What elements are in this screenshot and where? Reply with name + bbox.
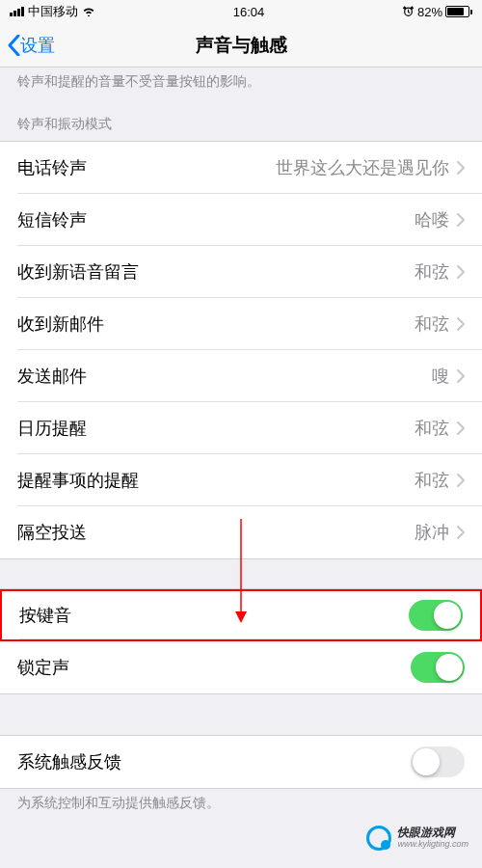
cell-value: 和弦 xyxy=(415,469,449,492)
cell-label: 隔空投送 xyxy=(17,521,87,544)
cell-value: 和弦 xyxy=(415,417,449,440)
group-header-sounds: 铃声和振动模式 xyxy=(0,100,482,141)
page-title: 声音与触感 xyxy=(196,33,287,58)
watermark-name: 快眼游戏网 xyxy=(397,827,469,839)
clock: 16:04 xyxy=(233,5,265,19)
wifi-icon xyxy=(82,7,95,16)
chevron-right-icon xyxy=(457,213,465,227)
back-button[interactable]: 设置 xyxy=(8,34,55,57)
cell-label: 发送邮件 xyxy=(17,365,87,388)
watermark-url: www.kyligting.com xyxy=(397,840,469,850)
sound-row[interactable]: 电话铃声世界这么大还是遇见你 xyxy=(0,142,482,194)
row-lock-sound[interactable]: 锁定声 xyxy=(0,641,482,693)
watermark-logo-icon xyxy=(366,826,391,851)
cell-value: 脉冲 xyxy=(415,521,449,544)
cell-value: 哈喽 xyxy=(415,208,449,231)
chevron-right-icon xyxy=(457,317,465,331)
row-keyclick-sound[interactable]: 按键音 xyxy=(0,589,482,641)
lock-toggle[interactable] xyxy=(411,652,465,683)
cell-label: 日历提醒 xyxy=(17,417,87,440)
sound-row[interactable]: 提醒事项的提醒和弦 xyxy=(0,454,482,506)
chevron-right-icon xyxy=(457,161,465,175)
chevron-right-icon xyxy=(457,265,465,279)
cell-label: 按键音 xyxy=(19,604,71,627)
cell-label: 收到新语音留言 xyxy=(17,260,139,284)
cell-label: 收到新邮件 xyxy=(17,312,104,336)
chevron-right-icon xyxy=(457,474,465,487)
cell-value: 嗖 xyxy=(432,365,449,388)
chevron-right-icon xyxy=(457,369,465,383)
battery-pct: 82% xyxy=(417,5,442,19)
watermark: 快眼游戏网 www.kyligting.com xyxy=(366,826,469,851)
battery-icon xyxy=(445,6,472,17)
sound-row[interactable]: 发送邮件嗖 xyxy=(0,350,482,402)
sound-row[interactable]: 短信铃声哈喽 xyxy=(0,194,482,246)
chevron-left-icon xyxy=(8,35,20,56)
cell-label: 电话铃声 xyxy=(17,156,87,179)
cell-value: 和弦 xyxy=(415,260,449,284)
haptic-note: 为系统控制和互动提供触感反馈。 xyxy=(0,789,482,822)
cell-label: 系统触感反馈 xyxy=(17,750,121,773)
signal-icon xyxy=(10,7,24,16)
sound-row[interactable]: 隔空投送脉冲 xyxy=(0,506,482,558)
sound-row[interactable]: 日历提醒和弦 xyxy=(0,402,482,454)
cell-value: 和弦 xyxy=(415,312,449,336)
keyclick-toggle[interactable] xyxy=(409,600,463,631)
row-haptic-feedback[interactable]: 系统触感反馈 xyxy=(0,736,482,788)
sound-row[interactable]: 收到新语音留言和弦 xyxy=(0,246,482,298)
volume-note: 铃声和提醒的音量不受音量按钮的影响。 xyxy=(0,68,482,100)
cell-value: 世界这么大还是遇见你 xyxy=(276,156,449,179)
cell-label: 提醒事项的提醒 xyxy=(17,469,139,492)
chevron-right-icon xyxy=(457,421,465,435)
carrier-label: 中国移动 xyxy=(28,3,78,20)
nav-bar: 设置 声音与触感 xyxy=(0,23,482,68)
status-bar: 中国移动 16:04 82% xyxy=(0,0,482,23)
cell-label: 锁定声 xyxy=(17,656,69,679)
cell-label: 短信铃声 xyxy=(17,208,87,231)
chevron-right-icon xyxy=(457,526,465,539)
sound-row[interactable]: 收到新邮件和弦 xyxy=(0,298,482,350)
alarm-icon xyxy=(402,6,415,18)
haptic-toggle[interactable] xyxy=(411,746,465,777)
